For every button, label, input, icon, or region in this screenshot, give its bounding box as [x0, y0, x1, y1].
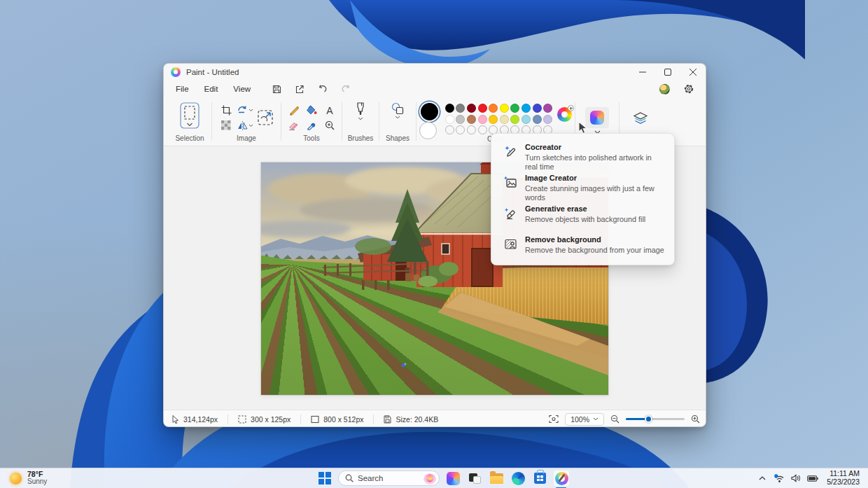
account-avatar[interactable]	[659, 84, 670, 95]
color-swatch[interactable]	[500, 115, 509, 124]
color-swatch[interactable]	[456, 104, 465, 113]
taskbar-item-store[interactable]	[531, 470, 548, 487]
copilot-button[interactable]	[585, 107, 609, 128]
menu-file[interactable]: File	[168, 83, 197, 95]
menu-item-generative-erase[interactable]: Generative erase Remove objects with bac…	[493, 200, 672, 230]
color-swatch[interactable]	[445, 104, 454, 113]
close-button[interactable]	[680, 64, 706, 81]
zoom-slider-thumb[interactable]	[645, 415, 652, 423]
menu-item-remove-background[interactable]: Remove background Remove the background …	[493, 230, 672, 261]
empty-color-slot[interactable]	[456, 125, 465, 134]
tools-group-label: Tools	[303, 134, 319, 146]
ribbon-separator	[342, 102, 342, 141]
color-swatch[interactable]	[543, 115, 552, 124]
color-swatch[interactable]	[510, 104, 519, 113]
selection-group-label: Selection	[175, 134, 204, 146]
zoom-out-icon[interactable]	[610, 414, 620, 424]
zoom-in-icon[interactable]	[691, 414, 700, 424]
redo-icon[interactable]	[337, 82, 354, 96]
menu-item-description: Remove the background from your image	[525, 246, 664, 255]
menu-view[interactable]: View	[225, 83, 258, 95]
menu-item-description: Turn sketches into polished artwork in r…	[525, 153, 665, 172]
menu-edit[interactable]: Edit	[197, 83, 226, 95]
zoom-dropdown[interactable]: 100%	[565, 413, 604, 426]
settings-gear-icon[interactable]	[680, 82, 697, 96]
volume-icon[interactable]	[789, 470, 803, 486]
tray-clock[interactable]: 11:11 AM 5/23/2023	[822, 470, 864, 487]
empty-color-slot[interactable]	[445, 125, 454, 134]
tray-date: 5/23/2023	[827, 478, 860, 487]
color-swatch[interactable]	[489, 104, 498, 113]
fit-to-window-icon[interactable]	[549, 414, 559, 424]
windows-logo-icon	[318, 472, 331, 484]
foreground-color-swatch[interactable]	[421, 103, 438, 120]
color-swatch[interactable]	[522, 115, 531, 124]
background-color-swatch[interactable]	[419, 122, 437, 139]
color-swatch[interactable]	[445, 115, 454, 124]
taskbar-search[interactable]: Search	[338, 470, 440, 486]
flip-icon[interactable]	[237, 118, 253, 132]
weather-widget[interactable]: 78°F Sunny	[6, 468, 51, 488]
color-swatch[interactable]	[500, 104, 509, 113]
color-swatch[interactable]	[467, 104, 476, 113]
color-swatch[interactable]	[543, 104, 552, 113]
menu-item-image-creator[interactable]: Image Creator Create stunning images wit…	[493, 169, 672, 200]
minimize-button[interactable]	[630, 64, 655, 81]
menu-item-description: Remove objects with background fill	[525, 215, 645, 224]
ribbon-separator	[281, 102, 281, 141]
sunny-weather-icon	[10, 473, 22, 484]
text-tool-icon[interactable]: A	[321, 103, 338, 117]
color-swatch[interactable]	[467, 115, 476, 124]
desktop: Paint - Untitled File Edit View	[0, 0, 868, 488]
color-swatch[interactable]	[510, 115, 519, 124]
color-swatch[interactable]	[533, 104, 542, 113]
save-icon[interactable]	[268, 82, 285, 96]
selection-tool-icon[interactable]	[180, 102, 200, 129]
empty-color-slot[interactable]	[478, 125, 487, 134]
taskbar-item-copilot[interactable]	[444, 470, 461, 487]
battery-icon[interactable]	[806, 470, 820, 486]
taskbar-item-paint[interactable]	[553, 470, 570, 487]
maximize-button[interactable]	[655, 64, 680, 81]
magnifier-icon[interactable]	[321, 118, 338, 132]
color-swatch[interactable]	[522, 104, 531, 113]
shapes-icon[interactable]	[391, 102, 404, 119]
crop-icon[interactable]	[218, 103, 234, 117]
share-icon[interactable]	[291, 82, 308, 96]
edit-colors-icon[interactable]	[557, 107, 572, 122]
start-button[interactable]	[316, 470, 333, 487]
resize-icon[interactable]	[255, 107, 276, 128]
shapes-group: Shapes	[381, 97, 414, 146]
undo-icon[interactable]	[314, 82, 331, 96]
rotate-icon[interactable]	[237, 103, 253, 117]
ribbon-separator	[211, 102, 212, 141]
layers-button[interactable]	[629, 107, 652, 131]
empty-color-slot[interactable]	[467, 125, 476, 134]
eraser-icon[interactable]	[285, 118, 302, 132]
fill-icon[interactable]	[303, 103, 320, 117]
cocreator-icon	[503, 144, 517, 158]
menu-item-cocreator[interactable]: Cocreator Turn sketches into polished ar…	[493, 138, 672, 169]
network-icon[interactable]	[772, 470, 786, 486]
color-swatch[interactable]	[456, 115, 465, 124]
taskbar-item-edge[interactable]	[510, 470, 526, 487]
zoom-slider[interactable]	[626, 418, 685, 420]
pencil-icon[interactable]	[285, 103, 302, 117]
color-swatch[interactable]	[478, 104, 487, 113]
menu-item-title: Image Creator	[525, 174, 665, 183]
ribbon-separator	[416, 102, 416, 141]
transparent-selection-icon[interactable]	[218, 118, 234, 132]
hidden-icons-chevron[interactable]	[755, 470, 769, 486]
edge-icon	[512, 472, 525, 485]
taskbar-item-file-explorer[interactable]	[488, 470, 505, 487]
color-swatch[interactable]	[533, 115, 542, 124]
taskbar-item-task-view[interactable]	[466, 470, 483, 487]
menu-item-description: Create stunning images with just a few w…	[525, 184, 665, 202]
menu-item-title: Cocreator	[525, 143, 665, 152]
color-swatch[interactable]	[478, 115, 487, 124]
brush-icon[interactable]	[356, 102, 365, 120]
color-swatch[interactable]	[489, 115, 498, 124]
title-bar[interactable]: Paint - Untitled	[164, 64, 706, 81]
paint-app-icon	[171, 67, 181, 77]
eyedropper-icon[interactable]	[303, 118, 320, 132]
